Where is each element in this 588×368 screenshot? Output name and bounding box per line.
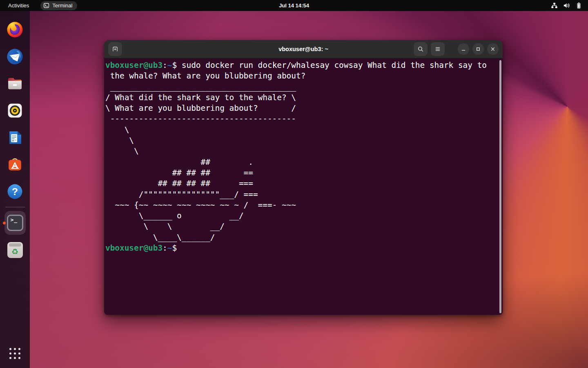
network-icon bbox=[551, 2, 558, 9]
dock-item-files[interactable] bbox=[2, 70, 29, 97]
files-icon bbox=[7, 75, 23, 92]
prompt-dollar: $ bbox=[172, 61, 177, 70]
terminal-window: vboxuser@ub3: ~ bbox=[104, 40, 503, 315]
help-glyph: ? bbox=[12, 186, 18, 197]
activities-label: Activities bbox=[8, 2, 29, 9]
terminal-prompt-glyph: >_ bbox=[11, 217, 18, 222]
minimize-button[interactable] bbox=[458, 43, 469, 55]
thunderbird-icon bbox=[7, 48, 23, 65]
hamburger-menu-icon bbox=[434, 46, 441, 52]
search-button[interactable] bbox=[414, 42, 428, 56]
dock-item-trash[interactable]: ♻ bbox=[2, 236, 29, 263]
maximize-button[interactable] bbox=[472, 43, 484, 55]
libreoffice-writer-icon bbox=[7, 129, 23, 146]
terminal-body: vboxuser@ub3:~$ sudo docker run docker/w… bbox=[104, 58, 503, 315]
terminal-icon: >_ bbox=[7, 215, 23, 231]
activities-button[interactable]: Activities bbox=[0, 0, 37, 11]
focused-app-indicator[interactable]: Terminal bbox=[40, 1, 77, 10]
show-apps-button[interactable] bbox=[9, 348, 20, 359]
prompt-path-2: ~ bbox=[167, 243, 172, 253]
system-status-area[interactable] bbox=[551, 0, 582, 11]
clock[interactable]: Jul 14 14:54 bbox=[0, 2, 588, 9]
prompt-dollar-2: $ bbox=[172, 243, 177, 253]
cowsay-output: _______________________________________ … bbox=[105, 82, 301, 242]
ubuntu-software-icon bbox=[7, 156, 23, 173]
focused-app-label: Terminal bbox=[52, 2, 72, 9]
top-bar: Activities Terminal Jul 14 14:54 bbox=[0, 0, 588, 11]
new-tab-button[interactable] bbox=[108, 42, 122, 56]
terminal-scrollbar[interactable] bbox=[499, 60, 501, 313]
dock: ? >_ ♻ bbox=[0, 11, 30, 368]
dock-item-terminal[interactable]: >_ bbox=[2, 209, 29, 236]
menu-button[interactable] bbox=[431, 42, 445, 56]
close-button[interactable] bbox=[487, 43, 499, 55]
dock-separator bbox=[5, 207, 25, 207]
running-indicator-dot bbox=[3, 222, 6, 224]
dock-item-firefox[interactable] bbox=[2, 16, 29, 43]
help-icon: ? bbox=[7, 183, 23, 200]
battery-icon bbox=[575, 2, 582, 9]
volume-icon bbox=[563, 2, 570, 9]
prompt-colon-2: : bbox=[163, 243, 167, 253]
close-icon bbox=[490, 46, 496, 52]
search-icon bbox=[417, 46, 424, 52]
terminal-mini-icon bbox=[43, 2, 49, 9]
prompt-colon: : bbox=[163, 61, 167, 70]
window-headerbar[interactable]: vboxuser@ub3: ~ bbox=[104, 40, 503, 58]
minimize-icon bbox=[460, 46, 467, 52]
rhythmbox-icon bbox=[7, 102, 23, 119]
trash-icon: ♻ bbox=[7, 242, 23, 258]
dock-item-libreoffice-writer[interactable] bbox=[2, 124, 29, 151]
prompt-path: ~ bbox=[167, 61, 172, 70]
terminal-output[interactable]: vboxuser@ub3:~$ sudo docker run docker/w… bbox=[104, 58, 503, 254]
prompt-user: vboxuser@ub3 bbox=[105, 61, 163, 70]
dock-item-ubuntu-software[interactable] bbox=[2, 151, 29, 178]
new-tab-icon bbox=[112, 46, 118, 52]
dock-item-thunderbird[interactable] bbox=[2, 43, 29, 70]
dock-item-rhythmbox[interactable] bbox=[2, 97, 29, 124]
recycle-glyph: ♻ bbox=[11, 248, 18, 256]
maximize-icon bbox=[475, 46, 481, 52]
dock-item-help[interactable]: ? bbox=[2, 178, 29, 205]
firefox-icon bbox=[7, 21, 23, 38]
prompt-user-2: vboxuser@ub3 bbox=[105, 243, 163, 253]
trash-lid bbox=[9, 243, 21, 247]
